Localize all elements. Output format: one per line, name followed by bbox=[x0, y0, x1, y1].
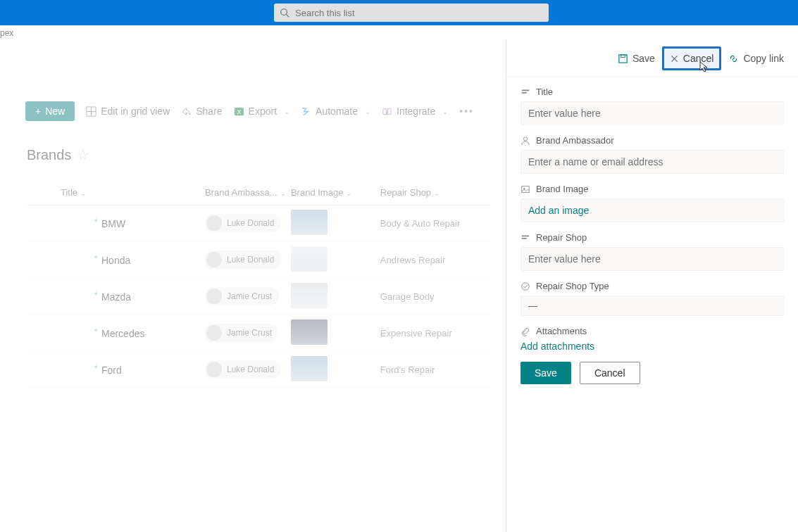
col-image[interactable]: Brand Image⌄ bbox=[291, 187, 380, 198]
avatar-icon bbox=[206, 362, 222, 377]
search-box[interactable] bbox=[274, 4, 549, 22]
text-icon bbox=[520, 233, 530, 243]
panel-cancel-action[interactable]: Cancel bbox=[662, 46, 722, 70]
automate-button[interactable]: Automate ⌄ bbox=[301, 106, 370, 117]
table-row[interactable]: ✦MercedesJamie CrustExpensive Repair bbox=[25, 315, 490, 352]
svg-rect-19 bbox=[522, 238, 527, 239]
new-item-icon: ✦ bbox=[93, 327, 99, 334]
table-row[interactable]: ✦FordLuke DonaldFord's Repair bbox=[25, 352, 490, 388]
image-add-row[interactable]: Add an image bbox=[520, 198, 784, 222]
export-label: Export bbox=[249, 106, 277, 117]
shop-input[interactable] bbox=[520, 247, 784, 271]
person-pill[interactable]: Jamie Crust bbox=[205, 287, 279, 305]
form-buttons: Save Cancel bbox=[520, 362, 784, 384]
form-panel: Save Cancel Copy link Title Brand Ambass… bbox=[506, 39, 798, 532]
person-pill[interactable]: Jamie Crust bbox=[205, 324, 279, 342]
edit-grid-label: Edit in grid view bbox=[101, 106, 170, 117]
title-label: Title bbox=[536, 87, 553, 97]
chevron-down-icon: ⌄ bbox=[80, 189, 86, 197]
title-input[interactable] bbox=[520, 101, 784, 125]
svg-rect-13 bbox=[522, 89, 530, 91]
new-item-icon: ✦ bbox=[93, 290, 99, 298]
row-title: ✦Mercedes bbox=[61, 328, 144, 339]
list-table: Title⌄ Brand Ambassa...⌄ Brand Image⌄ Re… bbox=[25, 180, 490, 388]
svg-rect-8 bbox=[387, 108, 391, 114]
add-attachments-link[interactable]: Add attachments bbox=[520, 341, 594, 352]
panel-copylink-label: Copy link bbox=[743, 53, 784, 64]
chevron-down-icon: ⌄ bbox=[346, 189, 351, 197]
thumbnail-image bbox=[291, 283, 328, 308]
chevron-down-icon: ⌄ bbox=[284, 108, 289, 115]
type-select[interactable]: — bbox=[520, 296, 784, 316]
table-head: Title⌄ Brand Ambassa...⌄ Brand Image⌄ Re… bbox=[25, 180, 490, 205]
excel-icon: X bbox=[234, 106, 244, 117]
thumbnail-image bbox=[291, 356, 328, 381]
new-item-icon: ✦ bbox=[93, 363, 99, 371]
shop-value: Body & Auto Repair bbox=[380, 218, 460, 229]
chevron-down-icon: ⌄ bbox=[434, 189, 439, 197]
choice-icon bbox=[520, 281, 530, 291]
new-button[interactable]: + New bbox=[25, 101, 75, 121]
svg-rect-18 bbox=[522, 235, 530, 236]
field-repair-shop: Repair Shop bbox=[520, 232, 784, 271]
panel-cancel-label: Cancel bbox=[683, 53, 714, 64]
panel-copylink-action[interactable]: Copy link bbox=[723, 46, 790, 70]
person-icon bbox=[520, 136, 530, 146]
attachments-label: Attachments bbox=[536, 326, 587, 336]
cancel-button[interactable]: Cancel bbox=[580, 362, 640, 384]
search-icon bbox=[280, 8, 289, 18]
image-label: Brand Image bbox=[536, 184, 588, 194]
field-shop-type: Repair Shop Type — bbox=[520, 281, 784, 316]
export-button[interactable]: X Export ⌄ bbox=[234, 106, 289, 117]
add-image-link[interactable]: Add an image bbox=[528, 205, 589, 216]
search-input[interactable] bbox=[295, 8, 543, 18]
panel-save-action[interactable]: Save bbox=[612, 46, 661, 70]
col-ambassador[interactable]: Brand Ambassa...⌄ bbox=[205, 187, 291, 198]
row-title: ✦BMW bbox=[61, 218, 125, 229]
text-icon bbox=[520, 87, 530, 97]
share-icon bbox=[181, 106, 192, 117]
person-name: Jamie Crust bbox=[227, 291, 272, 301]
integrate-icon bbox=[382, 106, 392, 117]
integrate-button[interactable]: Integrate ⌄ bbox=[382, 106, 448, 117]
new-item-icon: ✦ bbox=[93, 253, 99, 261]
star-icon[interactable]: ☆ bbox=[77, 146, 89, 163]
person-name: Jamie Crust bbox=[227, 328, 272, 338]
svg-point-15 bbox=[523, 137, 527, 140]
form-body: Title Brand Ambassador Brand Image Add a… bbox=[506, 77, 798, 394]
col-title[interactable]: Title⌄ bbox=[25, 187, 205, 198]
field-attachments: Attachments Add attachments bbox=[520, 326, 784, 352]
top-bar bbox=[0, 0, 798, 25]
edit-grid-button[interactable]: Edit in grid view bbox=[86, 106, 170, 117]
table-row[interactable]: ✦BMWLuke DonaldBody & Auto Repair bbox=[25, 205, 490, 242]
automate-label: Automate bbox=[316, 106, 358, 117]
field-title: Title bbox=[520, 87, 784, 125]
person-pill[interactable]: Luke Donald bbox=[205, 251, 281, 269]
shop-value: Expensive Repair bbox=[380, 328, 452, 338]
ambassador-label: Brand Ambassador bbox=[536, 135, 614, 146]
link-icon bbox=[728, 53, 739, 64]
integrate-label: Integrate bbox=[397, 106, 435, 117]
table-row[interactable]: ✦MazdaJamie CrustGarage Body bbox=[25, 279, 490, 315]
person-pill[interactable]: Luke Donald bbox=[205, 360, 281, 379]
list-title: Brands bbox=[27, 147, 71, 163]
row-title: ✦Honda bbox=[61, 255, 130, 266]
plus-icon: + bbox=[35, 106, 41, 117]
more-button[interactable]: ••• bbox=[459, 106, 474, 117]
flow-icon bbox=[301, 106, 311, 117]
avatar-icon bbox=[206, 252, 222, 267]
thumbnail-image bbox=[291, 210, 328, 235]
person-name: Luke Donald bbox=[227, 255, 274, 265]
ambassador-input[interactable] bbox=[520, 150, 784, 174]
list-title-wrap: Brands ☆ bbox=[27, 146, 89, 163]
save-button[interactable]: Save bbox=[520, 362, 571, 384]
share-button[interactable]: Share bbox=[181, 106, 222, 117]
svg-rect-14 bbox=[522, 92, 527, 94]
field-brand-image: Brand Image Add an image bbox=[520, 184, 784, 222]
col-shop[interactable]: Repair Shop⌄ bbox=[380, 187, 490, 198]
close-icon bbox=[670, 54, 679, 63]
row-title: ✦Mazda bbox=[61, 291, 131, 303]
svg-rect-7 bbox=[383, 108, 387, 114]
table-row[interactable]: ✦HondaLuke DonaldAndrews Repair bbox=[25, 242, 490, 279]
person-pill[interactable]: Luke Donald bbox=[205, 214, 281, 232]
